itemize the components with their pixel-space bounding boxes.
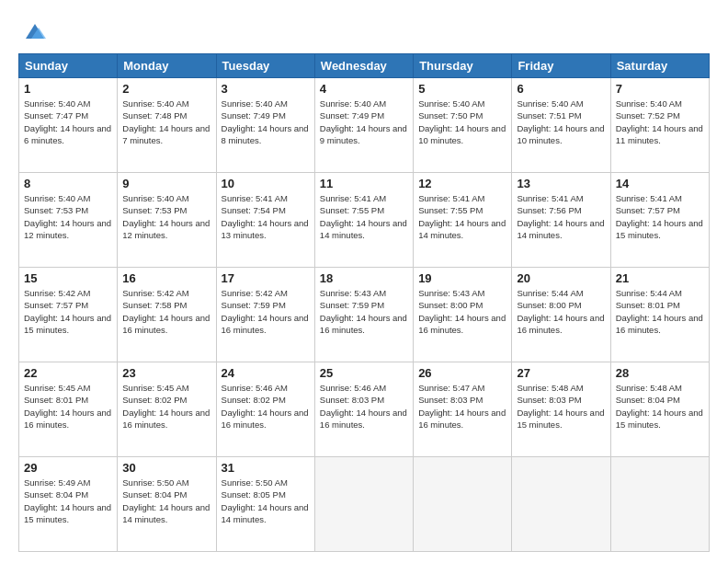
calendar-cell: 12 Sunrise: 5:41 AMSunset: 7:55 PMDaylig… [414,173,512,268]
day-number: 8 [24,177,112,190]
calendar-cell: 30 Sunrise: 5:50 AMSunset: 8:04 PMDaylig… [118,457,216,552]
day-info: Sunrise: 5:40 AMSunset: 7:48 PMDaylight:… [122,98,210,145]
day-info: Sunrise: 5:42 AMSunset: 7:59 PMDaylight:… [222,288,309,335]
day-number: 16 [122,271,210,285]
day-info: Sunrise: 5:43 AMSunset: 8:00 PMDaylight:… [418,288,506,335]
calendar-week-4: 29 Sunrise: 5:49 AMSunset: 8:04 PMDaylig… [19,457,710,552]
calendar-cell [512,457,610,552]
day-info: Sunrise: 5:46 AMSunset: 8:03 PMDaylight:… [320,383,407,430]
day-info: Sunrise: 5:40 AMSunset: 7:52 PMDaylight:… [616,98,703,145]
calendar-cell: 24 Sunrise: 5:46 AMSunset: 8:02 PMDaylig… [216,362,314,457]
header-cell-sunday: Sunday [19,54,118,78]
day-number: 11 [320,177,408,190]
calendar-cell: 29 Sunrise: 5:49 AMSunset: 8:04 PMDaylig… [19,457,118,552]
calendar-cell: 16 Sunrise: 5:42 AMSunset: 7:58 PMDaylig… [118,268,216,362]
header-cell-tuesday: Tuesday [216,54,314,78]
day-number: 17 [222,271,310,285]
day-number: 31 [222,461,310,475]
calendar-body: 1 Sunrise: 5:40 AMSunset: 7:47 PMDayligh… [19,78,710,552]
day-number: 1 [24,82,112,96]
calendar-cell: 31 Sunrise: 5:50 AMSunset: 8:05 PMDaylig… [216,457,314,552]
day-number: 6 [517,82,605,96]
day-number: 24 [222,366,310,380]
calendar-cell: 5 Sunrise: 5:40 AMSunset: 7:50 PMDayligh… [414,78,512,173]
logo [18,18,48,44]
day-info: Sunrise: 5:48 AMSunset: 8:03 PMDaylight:… [517,383,604,430]
calendar-cell: 26 Sunrise: 5:47 AMSunset: 8:03 PMDaylig… [414,362,512,457]
calendar-cell: 25 Sunrise: 5:46 AMSunset: 8:03 PMDaylig… [314,362,413,457]
calendar-cell: 3 Sunrise: 5:40 AMSunset: 7:49 PMDayligh… [216,78,314,173]
calendar-cell: 1 Sunrise: 5:40 AMSunset: 7:47 PMDayligh… [19,78,118,173]
day-info: Sunrise: 5:48 AMSunset: 8:04 PMDaylight:… [616,383,703,430]
day-info: Sunrise: 5:40 AMSunset: 7:53 PMDaylight:… [122,193,210,240]
calendar-cell: 27 Sunrise: 5:48 AMSunset: 8:03 PMDaylig… [512,362,610,457]
day-number: 4 [320,82,408,96]
calendar-header: SundayMondayTuesdayWednesdayThursdayFrid… [19,54,710,78]
header [18,15,710,44]
day-info: Sunrise: 5:40 AMSunset: 7:51 PMDaylight:… [517,98,604,145]
day-number: 30 [122,461,210,475]
day-info: Sunrise: 5:46 AMSunset: 8:02 PMDaylight:… [222,383,309,430]
day-info: Sunrise: 5:40 AMSunset: 7:50 PMDaylight:… [418,98,506,145]
day-number: 28 [616,366,704,380]
day-info: Sunrise: 5:45 AMSunset: 8:01 PMDaylight:… [24,383,111,430]
logo-icon [22,18,48,44]
calendar-cell: 21 Sunrise: 5:44 AMSunset: 8:01 PMDaylig… [610,268,709,362]
calendar-cell: 10 Sunrise: 5:41 AMSunset: 7:54 PMDaylig… [216,173,314,268]
day-number: 21 [616,271,704,285]
calendar-cell: 20 Sunrise: 5:44 AMSunset: 8:00 PMDaylig… [512,268,610,362]
day-info: Sunrise: 5:42 AMSunset: 7:58 PMDaylight:… [122,288,210,335]
day-number: 2 [122,82,210,96]
calendar-cell: 8 Sunrise: 5:40 AMSunset: 7:53 PMDayligh… [19,173,118,268]
day-number: 7 [616,82,704,96]
calendar-cell: 28 Sunrise: 5:48 AMSunset: 8:04 PMDaylig… [610,362,709,457]
calendar-cell: 19 Sunrise: 5:43 AMSunset: 8:00 PMDaylig… [414,268,512,362]
day-number: 19 [418,271,506,285]
day-info: Sunrise: 5:42 AMSunset: 7:57 PMDaylight:… [24,288,111,335]
calendar-cell [610,457,709,552]
day-number: 29 [24,461,112,475]
day-info: Sunrise: 5:40 AMSunset: 7:53 PMDaylight:… [24,193,111,240]
day-info: Sunrise: 5:41 AMSunset: 7:55 PMDaylight:… [320,193,407,240]
day-info: Sunrise: 5:50 AMSunset: 8:05 PMDaylight:… [222,477,309,524]
day-number: 3 [222,82,310,96]
calendar-cell: 17 Sunrise: 5:42 AMSunset: 7:59 PMDaylig… [216,268,314,362]
day-info: Sunrise: 5:40 AMSunset: 7:47 PMDaylight:… [24,98,111,145]
day-number: 12 [418,177,506,190]
calendar-cell: 9 Sunrise: 5:40 AMSunset: 7:53 PMDayligh… [118,173,216,268]
day-info: Sunrise: 5:44 AMSunset: 8:00 PMDaylight:… [517,288,604,335]
calendar-cell: 23 Sunrise: 5:45 AMSunset: 8:02 PMDaylig… [118,362,216,457]
day-number: 10 [222,177,310,190]
day-number: 14 [616,177,704,190]
calendar-week-2: 15 Sunrise: 5:42 AMSunset: 7:57 PMDaylig… [19,268,710,362]
day-info: Sunrise: 5:41 AMSunset: 7:54 PMDaylight:… [222,193,309,240]
header-cell-saturday: Saturday [610,54,709,78]
day-info: Sunrise: 5:43 AMSunset: 7:59 PMDaylight:… [320,288,407,335]
day-number: 5 [418,82,506,96]
day-number: 26 [418,366,506,380]
day-number: 9 [122,177,210,190]
day-number: 18 [320,271,408,285]
day-info: Sunrise: 5:40 AMSunset: 7:49 PMDaylight:… [320,98,407,145]
day-info: Sunrise: 5:41 AMSunset: 7:57 PMDaylight:… [616,193,703,240]
header-cell-monday: Monday [118,54,216,78]
calendar-cell: 14 Sunrise: 5:41 AMSunset: 7:57 PMDaylig… [610,173,709,268]
day-info: Sunrise: 5:40 AMSunset: 7:49 PMDaylight:… [222,98,309,145]
page: SundayMondayTuesdayWednesdayThursdayFrid… [0,0,728,563]
calendar-cell: 15 Sunrise: 5:42 AMSunset: 7:57 PMDaylig… [19,268,118,362]
day-number: 20 [517,271,605,285]
header-cell-wednesday: Wednesday [314,54,413,78]
calendar-cell: 18 Sunrise: 5:43 AMSunset: 7:59 PMDaylig… [314,268,413,362]
day-number: 13 [517,177,605,190]
day-info: Sunrise: 5:45 AMSunset: 8:02 PMDaylight:… [122,383,210,430]
calendar-week-1: 8 Sunrise: 5:40 AMSunset: 7:53 PMDayligh… [19,173,710,268]
day-number: 27 [517,366,605,380]
day-info: Sunrise: 5:41 AMSunset: 7:56 PMDaylight:… [517,193,604,240]
header-row: SundayMondayTuesdayWednesdayThursdayFrid… [19,54,710,78]
day-info: Sunrise: 5:50 AMSunset: 8:04 PMDaylight:… [122,477,210,524]
calendar-cell: 22 Sunrise: 5:45 AMSunset: 8:01 PMDaylig… [19,362,118,457]
calendar-week-0: 1 Sunrise: 5:40 AMSunset: 7:47 PMDayligh… [19,78,710,173]
header-cell-thursday: Thursday [414,54,512,78]
calendar-cell: 2 Sunrise: 5:40 AMSunset: 7:48 PMDayligh… [118,78,216,173]
calendar-cell: 6 Sunrise: 5:40 AMSunset: 7:51 PMDayligh… [512,78,610,173]
